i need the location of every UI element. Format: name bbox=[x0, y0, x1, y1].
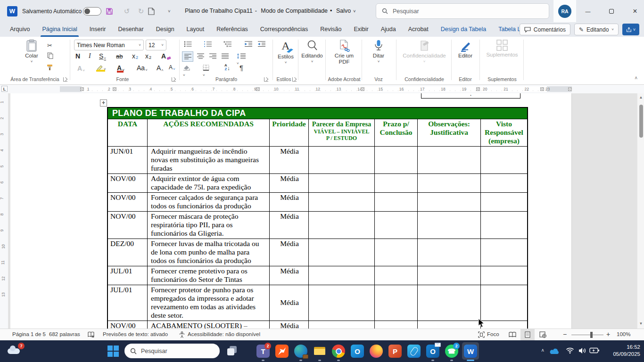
cell-prazo[interactable] bbox=[375, 212, 418, 239]
pilcrow-button[interactable]: ¶ bbox=[239, 64, 243, 72]
dictate-button[interactable]: Ditar ˅ bbox=[367, 40, 390, 63]
autosave-toggle[interactable] bbox=[83, 7, 101, 16]
tab-desenhar[interactable]: Desenhar bbox=[112, 22, 149, 37]
taskbar-app-outlook-new[interactable]: O bbox=[423, 340, 442, 362]
minimize-button[interactable]: — bbox=[577, 0, 599, 22]
tab-design-da-tabela[interactable]: Design da Tabela bbox=[435, 22, 492, 37]
grow-font-button[interactable]: A˅ bbox=[157, 64, 164, 72]
maximize-button[interactable] bbox=[601, 0, 622, 22]
web-layout-button[interactable] bbox=[536, 329, 550, 340]
change-case-button[interactable]: Aa˅ bbox=[137, 64, 148, 72]
highlight-button[interactable]: ˅ bbox=[96, 65, 106, 71]
cell-action[interactable]: Adquirir mangueiras de incêndio novas em… bbox=[148, 147, 270, 173]
cell-visto[interactable] bbox=[481, 285, 527, 321]
cell-action[interactable]: Fornecer creme protetivo para os funcion… bbox=[148, 266, 270, 285]
doc-status-text[interactable]: Salvo bbox=[336, 8, 351, 14]
wifi-icon[interactable] bbox=[566, 347, 574, 354]
tab-página-inicial[interactable]: Página Inicial bbox=[36, 22, 83, 37]
table-row[interactable]: JUL/01Fornecer creme protetivo para os f… bbox=[108, 266, 527, 285]
volume-icon[interactable] bbox=[578, 347, 586, 354]
taskbar-app-foxit[interactable] bbox=[272, 340, 291, 362]
taskbar-app-chrome[interactable] bbox=[329, 340, 348, 362]
undo-icon[interactable]: ↺ bbox=[120, 7, 134, 16]
ruler-table-marker[interactable] bbox=[540, 87, 544, 91]
tab-layout[interactable]: Layout bbox=[181, 22, 211, 37]
cell-parecer[interactable] bbox=[309, 321, 375, 329]
header-cell[interactable]: VistoResponsável(empresa) bbox=[481, 119, 527, 146]
cell-priority[interactable]: Média bbox=[270, 147, 309, 173]
focus-button[interactable]: Foco bbox=[487, 331, 499, 337]
tab-selector[interactable]: L bbox=[1, 86, 8, 92]
tab-referências[interactable]: Referências bbox=[210, 22, 254, 37]
table-row[interactable]: NOV/00Fornecer máscara de proteção respi… bbox=[108, 212, 527, 239]
tray-chevron-icon[interactable]: ˄ bbox=[541, 348, 544, 353]
align-left-button[interactable] bbox=[182, 51, 193, 62]
cell-obs[interactable] bbox=[418, 266, 481, 285]
ruler-table-marker[interactable] bbox=[113, 87, 116, 91]
cell-obs[interactable] bbox=[418, 174, 481, 192]
cell-prazo[interactable] bbox=[375, 266, 418, 285]
taskbar-app-phone-link[interactable] bbox=[405, 340, 423, 362]
cell-parecer[interactable] bbox=[309, 147, 375, 173]
taskbar-app-file-explorer[interactable] bbox=[310, 340, 329, 362]
tab-revisão[interactable]: Revisão bbox=[314, 22, 347, 37]
paragraph-dialog-launcher-icon[interactable] bbox=[264, 77, 268, 82]
text-predictions-status[interactable]: Previsões de texto: ativado bbox=[103, 331, 168, 337]
header-cell[interactable]: Prazo p/Conclusão bbox=[375, 119, 418, 146]
zoom-level[interactable]: 100% bbox=[617, 331, 630, 337]
tab-arquivo[interactable]: Arquivo bbox=[4, 22, 36, 37]
cell-priority[interactable]: Média bbox=[270, 285, 309, 321]
table-title[interactable]: PLANO DE TRABALHO DA CIPA bbox=[108, 108, 527, 119]
cell-parecer[interactable] bbox=[309, 193, 375, 211]
zoom-slider-track[interactable] bbox=[571, 335, 603, 335]
cell-action[interactable]: Fornecer máscara de proteção respiratóri… bbox=[148, 212, 270, 239]
copy-icon[interactable] bbox=[47, 52, 53, 59]
scroll-down-icon[interactable]: ▼ bbox=[637, 321, 644, 326]
cell-prazo[interactable] bbox=[375, 239, 418, 266]
cipa-table[interactable]: PLANO DE TRABALHO DA CIPA DATAAÇÕES RECO… bbox=[107, 107, 528, 329]
shrink-font-button[interactable]: A˅ bbox=[169, 64, 175, 71]
share-button[interactable]: ˅ bbox=[622, 24, 639, 35]
onedrive-icon[interactable] bbox=[549, 347, 560, 355]
clock[interactable]: 16:52 05/09/2025 bbox=[613, 344, 640, 358]
zoom-slider-thumb[interactable] bbox=[590, 332, 593, 338]
cell-priority[interactable]: Média bbox=[270, 321, 309, 329]
table-row[interactable]: NOV/00Adquirir extintor de água com capa… bbox=[108, 174, 527, 193]
scroll-up-icon[interactable]: ▲ bbox=[637, 95, 644, 99]
task-view-button[interactable] bbox=[227, 346, 238, 356]
print-layout-button[interactable] bbox=[520, 329, 535, 340]
start-button[interactable] bbox=[107, 346, 119, 357]
create-pdf-button[interactable]: Crie um PDF bbox=[330, 40, 358, 65]
cell-obs[interactable] bbox=[418, 147, 481, 173]
cell-visto[interactable] bbox=[481, 174, 527, 192]
cell-date[interactable]: NOV/00 bbox=[108, 174, 148, 192]
styles-button[interactable]: A Estilos ˅ bbox=[274, 40, 297, 64]
tab-inserir[interactable]: Inserir bbox=[83, 22, 112, 37]
bullets-button[interactable] bbox=[184, 41, 192, 47]
cell-action[interactable]: Adquirir extintor de água com capacidade… bbox=[148, 174, 270, 192]
accessibility-status[interactable]: Acessibilidade: não disponível bbox=[188, 331, 260, 337]
cell-date[interactable]: JUN/01 bbox=[108, 147, 148, 173]
cell-obs[interactable] bbox=[418, 212, 481, 239]
styles-dialog-launcher-icon[interactable] bbox=[292, 77, 297, 82]
underline-button[interactable]: S˅ bbox=[99, 52, 106, 60]
italic-button[interactable]: I bbox=[89, 52, 91, 60]
paste-button[interactable]: Colar ˅ bbox=[20, 40, 43, 63]
cell-visto[interactable] bbox=[481, 147, 527, 173]
cell-prazo[interactable] bbox=[375, 147, 418, 173]
table-row[interactable]: NOV/00Fornecer calçados de segurança par… bbox=[108, 193, 527, 212]
vertical-scrollbar[interactable]: ▲ ▼ bbox=[637, 93, 644, 329]
word-app-icon[interactable]: W bbox=[7, 6, 17, 16]
tab-design[interactable]: Design bbox=[150, 22, 181, 37]
account-button[interactable]: RA bbox=[553, 0, 576, 22]
cell-priority[interactable]: Média bbox=[270, 266, 309, 285]
align-right-button[interactable] bbox=[209, 53, 216, 59]
taskbar-app-powerpoint[interactable]: P bbox=[386, 340, 405, 362]
document-page[interactable]: . + PLANO DE TRABALHO DA CIPA DATAAÇÕES … bbox=[10, 93, 572, 329]
cell-date[interactable]: NOV/00 bbox=[108, 321, 148, 329]
qat-customize-chevron-icon[interactable]: ˅ bbox=[162, 9, 176, 14]
proofing-icon[interactable] bbox=[88, 331, 95, 338]
taskbar-app-firefox[interactable] bbox=[367, 340, 386, 362]
cell-parecer[interactable] bbox=[309, 174, 375, 192]
strikethrough-button[interactable]: ab bbox=[116, 53, 123, 60]
